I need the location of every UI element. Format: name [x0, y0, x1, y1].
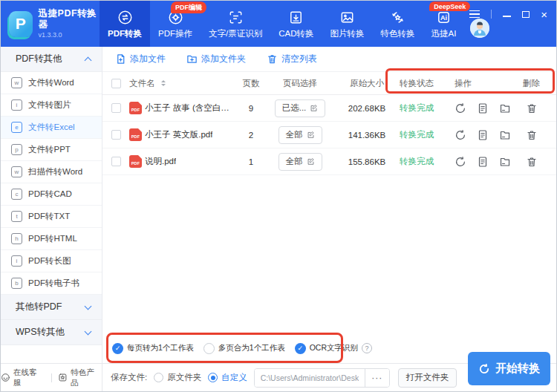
- option-ocr[interactable]: ✓ OCR文字识别 ?: [295, 343, 372, 354]
- tab-label: PDF转换: [108, 28, 142, 39]
- page-select-label: 全部: [286, 129, 303, 140]
- option-sheet-per-page[interactable]: ✓ 每页转为1个工作表: [112, 343, 194, 354]
- reconvert-icon[interactable]: [455, 129, 466, 141]
- save-path-input[interactable]: [255, 369, 365, 387]
- add-folder-button[interactable]: 添加文件夹: [186, 53, 246, 65]
- row-checkbox[interactable]: [111, 130, 121, 140]
- sidebar-item-file-to-ppt[interactable]: p 文件转PPT: [1, 139, 102, 161]
- scan-icon: [227, 9, 244, 26]
- deepseek-badge: DeepSeek: [429, 1, 470, 11]
- row-checkbox[interactable]: [111, 103, 121, 113]
- delete-row-icon[interactable]: [526, 156, 538, 168]
- pdf-file-icon: PDF: [129, 128, 142, 141]
- file-size: 155.86KB: [336, 157, 398, 166]
- sidebar-item-label: PDF转HTML: [28, 233, 77, 244]
- sidebar-section-other-to-pdf[interactable]: 其他转PDF: [1, 295, 102, 320]
- svg-text:Ai: Ai: [440, 14, 447, 22]
- maximize-button[interactable]: [522, 9, 530, 19]
- user-avatar[interactable]: [470, 19, 489, 38]
- tab-ocr-recognition[interactable]: 文字/票证识别: [201, 1, 270, 47]
- open-folder-icon[interactable]: [499, 129, 511, 141]
- checked-circle-icon: ✓: [295, 343, 306, 354]
- tab-label: 迅捷AI: [431, 28, 456, 39]
- online-support-link[interactable]: 在线客服: [1, 368, 45, 388]
- ebook-doc-icon: b: [11, 278, 22, 289]
- view-file-icon[interactable]: [477, 102, 489, 114]
- open-folder-button[interactable]: 打开文件夹: [398, 368, 457, 388]
- view-file-icon[interactable]: [477, 129, 489, 141]
- sidebar-item-label: 文件转Word: [28, 77, 74, 88]
- featured-products-link[interactable]: 特色产品: [58, 368, 102, 388]
- image-doc-icon: i: [11, 99, 22, 111]
- app-version: v1.3.3.0: [39, 31, 100, 39]
- open-folder-icon[interactable]: [499, 102, 511, 114]
- sidebar-section-wps-to-other[interactable]: WPS转其他: [1, 320, 102, 345]
- sidebar-item-file-to-excel[interactable]: e 文件转Excel: [1, 117, 102, 139]
- file-size: 141.36KB: [336, 131, 398, 140]
- sidebar-section-pdf-to-other[interactable]: PDF转其他: [1, 47, 102, 72]
- reconvert-icon[interactable]: [455, 102, 466, 114]
- option-label: 每页转为1个工作表: [127, 343, 194, 353]
- select-all-checkbox[interactable]: [111, 79, 121, 88]
- help-icon[interactable]: ?: [362, 343, 372, 353]
- file-size: 202.68KB: [336, 104, 398, 113]
- sidebar-item-pdf-to-html[interactable]: h PDF转HTML: [1, 228, 102, 250]
- sidebar-item-file-to-word[interactable]: w 文件转Word: [1, 72, 102, 94]
- sidebar-item-label: PDF转电子书: [28, 278, 79, 289]
- start-convert-button[interactable]: 开始转换: [468, 352, 550, 385]
- section-label: PDF转其他: [16, 53, 62, 65]
- page-select-button[interactable]: 全部: [278, 153, 322, 171]
- save-original-radio[interactable]: 原文件夹: [154, 372, 201, 383]
- add-folder-label: 添加文件夹: [201, 53, 246, 65]
- tab-label: CAD转换: [278, 28, 313, 39]
- close-button[interactable]: ×: [541, 9, 547, 19]
- delete-row-icon[interactable]: [526, 129, 538, 141]
- page-count: 2: [238, 131, 264, 140]
- sort-icon[interactable]: [161, 80, 166, 86]
- sidebar-item-pdf-to-ebook[interactable]: b PDF转电子书: [1, 272, 102, 295]
- top-nav: PDF转换 PDF编辑 PDF操作 文字/票证识别 CAD转换: [100, 1, 464, 47]
- page-select-button[interactable]: 全部: [278, 126, 322, 144]
- page-select-button[interactable]: 已选...: [275, 99, 326, 117]
- start-convert-label: 开始转换: [495, 362, 540, 376]
- file-name: 小王子 故事 (含空白页).pdf: [145, 102, 238, 114]
- chevron-down-icon: [85, 327, 92, 335]
- tab-pdf-operations[interactable]: PDF编辑 PDF操作: [150, 1, 201, 47]
- tab-cad-convert[interactable]: CAD转换: [270, 1, 322, 47]
- save-custom-radio[interactable]: 自定义: [208, 372, 247, 383]
- sidebar-item-file-to-image[interactable]: i 文件转图片: [1, 94, 102, 117]
- save-label: 保存文件:: [111, 372, 147, 383]
- pdf-file-icon: PDF: [129, 155, 142, 168]
- tab-ai[interactable]: DeepSeek Ai 迅捷AI: [423, 1, 464, 47]
- edit-icon: [307, 157, 315, 166]
- sidebar-item-pdf-to-txt[interactable]: t PDF转TXT: [1, 206, 102, 228]
- browse-button[interactable]: ···: [365, 369, 389, 387]
- sidebar-item-scan-to-word[interactable]: w 扫描件转Word: [1, 161, 102, 183]
- clear-list-label: 清空列表: [281, 53, 317, 65]
- footer-divider: [51, 373, 52, 382]
- column-header-pages: 页数: [238, 78, 264, 89]
- sidebar: PDF转其他 w 文件转Word i 文件转图片 e 文件转Excel p 文件…: [1, 47, 102, 363]
- page-count: 1: [238, 157, 264, 166]
- sidebar-item-label: PDF转CAD: [28, 189, 72, 200]
- page-count: 9: [238, 104, 264, 113]
- reconvert-icon[interactable]: [455, 156, 466, 168]
- tab-pdf-convert[interactable]: PDF转换: [100, 1, 150, 47]
- sidebar-item-pdf-to-long-image[interactable]: i PDF转长图: [1, 250, 102, 272]
- add-file-button[interactable]: 添加文件: [115, 53, 166, 65]
- minimize-button[interactable]: [503, 9, 511, 19]
- status-badge: 转换完成: [398, 156, 452, 167]
- open-folder-icon[interactable]: [499, 156, 511, 168]
- clear-list-button[interactable]: 清空列表: [267, 53, 317, 65]
- delete-row-icon[interactable]: [526, 102, 538, 114]
- option-merge-pages[interactable]: 多页合为1个工作表: [203, 343, 285, 354]
- tab-image-convert[interactable]: 图片转换: [322, 1, 372, 47]
- sidebar-item-pdf-to-cad[interactable]: c PDF转CAD: [1, 183, 102, 206]
- controls-divider: [491, 10, 492, 19]
- chevron-up-icon: [85, 57, 92, 65]
- tab-special-convert[interactable]: 特色转换: [372, 1, 423, 47]
- section-label: WPS转其他: [16, 326, 65, 339]
- row-checkbox[interactable]: [111, 157, 121, 166]
- menu-icon[interactable]: [469, 9, 480, 19]
- view-file-icon[interactable]: [477, 156, 489, 168]
